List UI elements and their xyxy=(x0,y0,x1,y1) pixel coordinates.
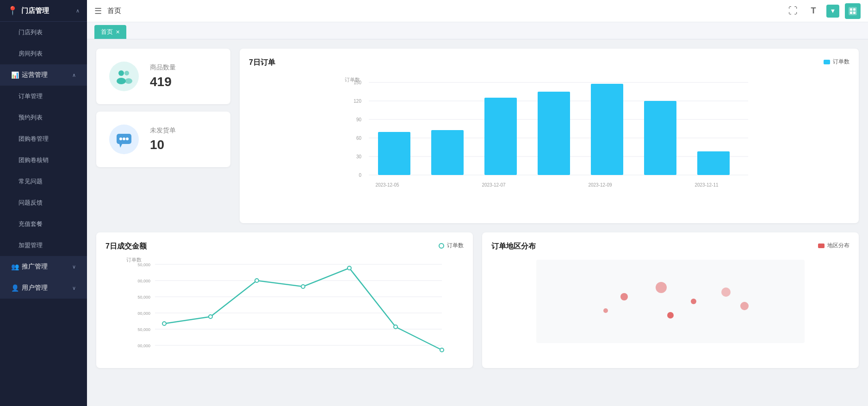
sidebar-item-user-mgmt-label: 用户管理 xyxy=(22,284,48,292)
sidebar-item-ops-mgmt[interactable]: 📊 运营管理 ∧ xyxy=(0,64,87,86)
svg-point-56 xyxy=(394,325,397,329)
svg-point-55 xyxy=(347,266,351,270)
line-chart-title: 7日成交金额 xyxy=(105,242,147,251)
sidebar-item-franchise-mgmt[interactable]: 加盟管理 xyxy=(0,235,87,256)
svg-text:2023-12-09: 2023-12-09 xyxy=(588,182,612,187)
sidebar-item-order-mgmt[interactable]: 订单管理 xyxy=(0,86,87,107)
top-section: 商品数量 419 xyxy=(96,49,859,223)
ops-mgmt-icon: 📊 xyxy=(11,71,19,79)
sidebar-item-room-list[interactable]: 房间列表 xyxy=(0,43,87,64)
bar-legend-label: 订单数 xyxy=(833,58,849,66)
unshipped-label: 未发货单 xyxy=(150,126,176,135)
menu-icon[interactable]: ☰ xyxy=(94,6,102,16)
region-chart-title: 订单地区分布 xyxy=(491,242,536,251)
sidebar-item-faq[interactable]: 常见问题 xyxy=(0,171,87,192)
svg-point-62 xyxy=(721,287,731,297)
svg-point-65 xyxy=(740,302,749,310)
content-area: 商品数量 419 xyxy=(87,39,868,406)
stat-card-unshipped: 未发货单 10 xyxy=(96,112,230,167)
region-chart-placeholder xyxy=(491,255,849,348)
svg-text:50,000: 50,000 xyxy=(137,262,150,267)
region-legend-label: 地区分布 xyxy=(827,242,849,250)
svg-point-64 xyxy=(667,312,674,319)
promo-mgmt-chevron: ∨ xyxy=(72,264,76,270)
svg-point-12 xyxy=(126,137,129,140)
sidebar-item-user-mgmt[interactable]: 👤 用户管理 ∨ xyxy=(0,277,87,299)
svg-point-54 xyxy=(301,285,305,288)
svg-point-11 xyxy=(123,137,125,140)
svg-text:90: 90 xyxy=(356,117,362,122)
svg-text:120: 120 xyxy=(353,99,361,104)
sidebar-item-reservation-list[interactable]: 预约列表 xyxy=(0,107,87,128)
main-area: ☰ 首页 ⛶ T ▼ 首页 ✕ xyxy=(87,0,868,406)
logo-text: 门店管理 xyxy=(21,6,49,15)
svg-rect-33 xyxy=(697,151,730,175)
goods-label: 商品数量 xyxy=(150,63,176,72)
sidebar-logo: 📍 门店管理 ∧ xyxy=(0,0,87,22)
tab-home-close[interactable]: ✕ xyxy=(116,29,120,35)
svg-point-60 xyxy=(656,282,667,293)
svg-rect-58 xyxy=(536,260,805,343)
sidebar-item-recharge-pkg-label: 充值套餐 xyxy=(19,220,43,228)
sidebar-item-feedback[interactable]: 问题反馈 xyxy=(0,192,87,213)
svg-text:00,000: 00,000 xyxy=(137,311,150,316)
user-mgmt-chevron: ∨ xyxy=(72,285,76,291)
svg-point-52 xyxy=(209,315,212,319)
svg-text:50,000: 50,000 xyxy=(137,327,150,332)
topbar-title: 首页 xyxy=(107,6,121,15)
svg-rect-28 xyxy=(431,130,464,175)
svg-text:0: 0 xyxy=(359,173,361,178)
tab-home-label: 首页 xyxy=(101,28,113,36)
line-chart-legend: 订单数 xyxy=(439,242,464,250)
bar-legend-dot xyxy=(824,60,830,64)
avatar-icon xyxy=(848,6,858,16)
svg-rect-30 xyxy=(538,92,570,175)
bar-chart-card: 7日订单 订单数 订单数 150 120 90 xyxy=(240,49,859,223)
font-size-button[interactable]: T xyxy=(806,4,821,19)
bar-chart-title: 7日订单 xyxy=(249,58,275,68)
svg-marker-13 xyxy=(119,144,122,148)
line-legend-label: 订单数 xyxy=(447,242,464,250)
region-chart-card: 订单地区分布 地区分布 xyxy=(482,232,859,368)
sidebar-item-faq-label: 常见问题 xyxy=(19,177,43,186)
avatar-button[interactable] xyxy=(845,3,861,19)
svg-rect-2 xyxy=(853,8,856,11)
sidebar-item-group-coupon-verify[interactable]: 团购卷核销 xyxy=(0,150,87,171)
tab-home[interactable]: 首页 ✕ xyxy=(94,25,126,39)
line-chart-card: 7日成交金额 订单数 订单数 50,000 00,000 50,000 xyxy=(96,232,473,368)
goods-info: 商品数量 419 xyxy=(150,63,176,89)
sidebar-item-room-list-label: 房间列表 xyxy=(19,50,43,58)
sidebar-item-promo-mgmt-label: 推广管理 xyxy=(22,262,48,271)
svg-point-57 xyxy=(440,348,444,352)
dropdown-button[interactable]: ▼ xyxy=(826,5,839,18)
tabs-bar: 首页 ✕ xyxy=(87,22,868,39)
logo-chevron: ∧ xyxy=(76,8,80,14)
svg-rect-27 xyxy=(378,132,410,175)
svg-point-8 xyxy=(125,78,132,84)
svg-rect-31 xyxy=(591,84,623,175)
sidebar-item-store-list[interactable]: 门店列表 xyxy=(0,22,87,43)
svg-rect-32 xyxy=(644,101,676,175)
promo-mgmt-icon: 👥 xyxy=(11,263,19,270)
user-mgmt-icon: 👤 xyxy=(11,284,19,292)
sidebar: 📍 门店管理 ∧ 门店列表 房间列表 📊 运营管理 ∧ 订单管理 预约列表 团购… xyxy=(0,0,87,406)
bar-chart-legend: 订单数 xyxy=(824,58,849,66)
svg-rect-0 xyxy=(849,7,857,15)
sidebar-item-recharge-pkg[interactable]: 充值套餐 xyxy=(0,213,87,235)
sidebar-item-group-coupon-mgmt-label: 团购卷管理 xyxy=(19,135,49,143)
topbar-left: ☰ 首页 xyxy=(94,6,121,16)
sidebar-item-promo-mgmt[interactable]: 👥 推广管理 ∨ xyxy=(0,256,87,277)
svg-text:150: 150 xyxy=(353,80,361,85)
svg-text:00,000: 00,000 xyxy=(137,344,150,348)
svg-text:00,000: 00,000 xyxy=(137,279,150,283)
stat-cards: 商品数量 419 xyxy=(96,49,230,167)
bottom-charts: 7日成交金额 订单数 订单数 50,000 00,000 50,000 xyxy=(96,232,859,368)
svg-rect-4 xyxy=(853,12,856,14)
svg-point-63 xyxy=(603,308,608,313)
svg-text:2023-12-05: 2023-12-05 xyxy=(375,182,399,187)
svg-text:60: 60 xyxy=(356,136,362,141)
sidebar-item-group-coupon-mgmt[interactable]: 团购卷管理 xyxy=(0,128,87,150)
region-chart-legend: 地区分布 xyxy=(818,242,849,250)
sidebar-item-order-mgmt-label: 订单管理 xyxy=(19,92,43,100)
fullscreen-button[interactable]: ⛶ xyxy=(786,4,800,19)
